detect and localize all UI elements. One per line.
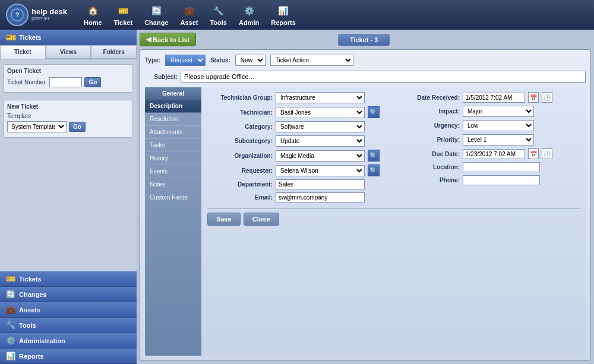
back-to-list-button[interactable]: ◀ Back to List [140,33,196,46]
due-date-row: Due Date: 📅 🕐 [394,148,552,159]
technician-label: Technician: [207,109,273,116]
department-row: Department: [207,179,380,189]
close-button[interactable]: Close [244,213,279,226]
left-nav-description[interactable]: Description [145,100,201,113]
impact-label: Impact: [394,108,460,115]
left-nav: General Description Resolution Attachmen… [145,87,201,356]
open-ticket-title: Open Ticket [7,68,129,74]
form-left-col: Technician Group: Infrastructure Technic… [207,92,380,202]
nav-tools-label: Tools [210,19,227,26]
left-nav-events[interactable]: Events [145,165,201,178]
template-select[interactable]: System Template [7,121,67,132]
ticket-icon: 🎫 [116,4,130,18]
ticket-panel: Type: Request Status: New Ticket Action … [140,49,591,361]
date-received-label: Date Received: [394,94,460,101]
urgency-row: Urgency: Low [394,120,552,131]
ticket-number-label: Ticket Number: [7,79,47,86]
nav-home-label: Home [84,19,102,26]
date-received-clock-btn[interactable]: 🕐 [542,92,552,103]
nav-ticket[interactable]: 🎫 Ticket [109,1,138,29]
ticket-action-select[interactable]: Ticket Action [270,55,353,66]
sidebar-changes-nav-label: Changes [19,291,46,298]
ticket-number-row: Ticket Number: Go [7,77,129,87]
bottom-bar: Save Close [207,208,580,227]
nav-tools[interactable]: 🔧 Tools [205,1,232,29]
sidebar-item-administration[interactable]: ⚙️ Administration [0,333,137,349]
left-nav-header: General [145,87,201,100]
impact-select[interactable]: Major [463,106,534,117]
sidebar-nav: 🎫 Tickets 🔄 Changes 💼 Assets 🔧 Tools ⚙️ … [0,271,137,364]
nav-asset[interactable]: 💼 Asset [175,1,203,29]
back-label: Back to List [153,36,189,43]
date-received-calendar-btn[interactable]: 📅 [528,92,539,103]
department-input[interactable] [276,179,365,189]
sidebar-item-reports[interactable]: 📊 Reports [0,349,137,364]
new-ticket-go-btn[interactable]: Go [69,122,86,132]
tab-views[interactable]: Views [46,45,91,59]
subcategory-select[interactable]: Update [276,135,365,147]
type-select[interactable]: Request [165,55,206,66]
left-nav-custom-fields[interactable]: Custom Fields [145,191,201,204]
sidebar-tickets-icon: 🎫 [6,33,16,42]
due-date-clock-btn[interactable]: 🕐 [542,148,552,159]
nav-home[interactable]: 🏠 Home [79,1,107,29]
ticket-number-go-btn[interactable]: Go [84,77,101,87]
email-row: Email: [207,192,380,202]
due-date-input[interactable] [463,149,525,159]
date-received-input[interactable] [463,93,525,103]
nav-reports[interactable]: 📊 Reports [266,1,301,29]
template-row: Template [7,113,129,119]
due-date-calendar-btn[interactable]: 📅 [528,148,539,159]
sidebar-item-assets[interactable]: 💼 Assets [0,302,137,318]
organization-select[interactable]: Magic Media [276,150,365,162]
location-input[interactable] [463,162,540,172]
category-select[interactable]: Software [276,121,365,132]
sidebar-item-tickets[interactable]: 🎫 Tickets [0,271,137,287]
save-button[interactable]: Save [207,213,241,226]
left-nav-history[interactable]: History [145,152,201,165]
organization-row: Organization: Magic Media 🔍 [207,150,380,162]
phone-row: Phone: [394,175,552,185]
technician-group-select[interactable]: Infrastructure [276,92,365,103]
sidebar-item-tools[interactable]: 🔧 Tools [0,318,137,333]
urgency-select[interactable]: Low [463,120,534,131]
left-nav-attachments[interactable]: Attachments [145,126,201,139]
ticket-number-input[interactable] [49,77,82,87]
requester-search-btn[interactable]: 🔍 [368,164,380,176]
type-field-label: Type: [145,57,160,64]
technician-search-btn[interactable]: 🔍 [368,106,380,118]
organization-search-btn[interactable]: 🔍 [368,150,380,162]
form-area: Technician Group: Infrastructure Technic… [201,87,586,356]
sidebar-item-changes[interactable]: 🔄 Changes [0,287,137,302]
requester-select[interactable]: Selena Wilson [276,165,365,176]
nav-change-label: Change [144,19,168,26]
left-nav-tasks[interactable]: Tasks [145,139,201,152]
phone-label: Phone: [394,177,460,183]
phone-input[interactable] [463,175,540,185]
impact-row: Impact: Major [394,106,552,117]
subject-input[interactable] [181,71,586,83]
technician-select[interactable]: Basil Jones [276,107,365,118]
template-select-row: System Template Go [7,121,129,132]
sidebar-assets-nav-label: Assets [19,306,40,314]
sidebar-changes-nav-icon: 🔄 [6,290,15,299]
left-nav-notes[interactable]: Notes [145,178,201,191]
back-arrow-icon: ◀ [146,36,151,43]
email-input[interactable] [276,192,365,202]
status-select[interactable]: New [235,55,266,66]
toolbar-row: ◀ Back to List Ticket - 3 [140,33,591,46]
reports-icon: 📊 [276,4,290,18]
ticket-body: General Description Resolution Attachmen… [145,87,586,356]
main-layout: 🎫 Tickets Ticket Views Folders Open Tick… [0,30,594,364]
left-nav-resolution[interactable]: Resolution [145,113,201,126]
sidebar: 🎫 Tickets Ticket Views Folders Open Tick… [0,30,137,364]
priority-label: Priority: [394,137,460,143]
priority-select[interactable]: Level 1 [463,134,534,145]
nav-items: 🏠 Home 🎫 Ticket 🔄 Change 💼 Asset 🔧 Tools… [79,1,301,29]
date-received-row: Date Received: 📅 🕐 [394,92,552,103]
tab-ticket[interactable]: Ticket [0,45,46,59]
nav-change[interactable]: 🔄 Change [140,1,173,29]
nav-admin[interactable]: ⚙️ Admin [234,1,264,29]
technician-group-row: Technician Group: Infrastructure [207,92,380,103]
tab-folders[interactable]: Folders [91,45,137,59]
